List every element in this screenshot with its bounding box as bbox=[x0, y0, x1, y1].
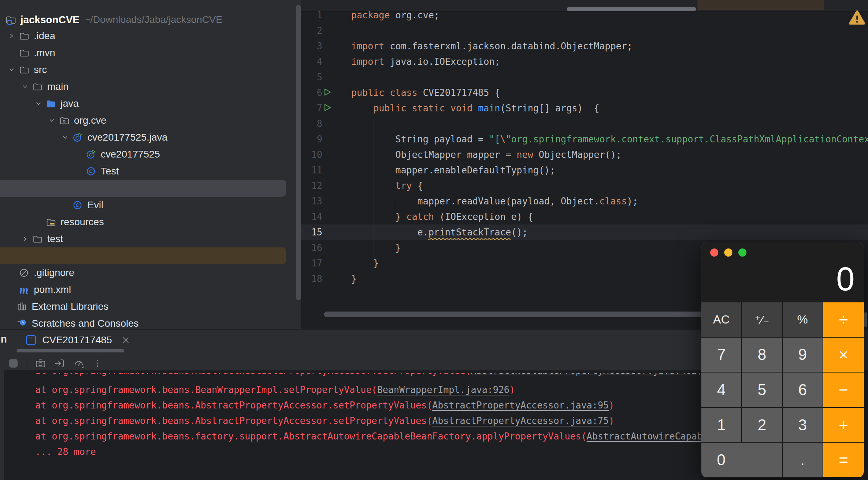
class-run-icon: C bbox=[72, 129, 83, 146]
calc-button-2[interactable]: 2 bbox=[742, 408, 782, 442]
tabbar-scrollbar[interactable] bbox=[567, 7, 696, 11]
code-line-1[interactable]: package org.cve; bbox=[351, 7, 439, 23]
tree-item-test-class[interactable]: CTest bbox=[0, 163, 301, 180]
code-line-17[interactable]: } bbox=[351, 256, 379, 271]
class-icon: C bbox=[85, 163, 97, 180]
close-icon[interactable] bbox=[121, 336, 130, 345]
calc-button-1[interactable]: 1 bbox=[701, 408, 741, 442]
calc-button-6[interactable]: 6 bbox=[783, 373, 823, 407]
calc-button-0[interactable]: 0 bbox=[701, 443, 782, 477]
tree-item-idea[interactable]: .idea bbox=[0, 27, 301, 44]
calc-button-subtract[interactable]: − bbox=[823, 373, 864, 407]
stacktrace-file-link[interactable]: BeanWrapperImpl.java:926 bbox=[377, 384, 510, 395]
tree-item-external-libraries[interactable]: External Libraries bbox=[0, 298, 301, 315]
stacktrace-file-link[interactable]: AbstractAutowireCapab bbox=[587, 431, 702, 442]
code-line-12[interactable]: try { bbox=[351, 178, 423, 193]
folder-icon bbox=[32, 78, 43, 95]
calculator-display: 0 bbox=[701, 256, 864, 302]
code-token: public static void bbox=[373, 103, 473, 113]
calc-button-percent[interactable]: % bbox=[783, 302, 823, 337]
code-line-11[interactable]: mapper.enableDefaultTyping(); bbox=[351, 162, 555, 178]
calc-button-3[interactable]: 3 bbox=[783, 408, 823, 442]
code-line-4[interactable]: import java.io.IOException; bbox=[351, 54, 500, 69]
stacktrace-file-link[interactable]: AbstractPropertyAccessor.java:75 bbox=[432, 416, 609, 426]
tree-item-pom-xml[interactable]: mpom.xml bbox=[0, 281, 301, 298]
calc-button-equals[interactable]: = bbox=[823, 443, 864, 477]
editor-vertical-scrollbar[interactable] bbox=[864, 312, 867, 327]
code-line-18[interactable]: } bbox=[351, 271, 357, 287]
calc-button-decimal[interactable]: . bbox=[783, 443, 823, 477]
tree-item-java[interactable]: java bbox=[0, 95, 301, 112]
chevron-right-icon[interactable] bbox=[5, 27, 18, 44]
code-line-10[interactable]: ObjectMapper mapper = new ObjectMapper()… bbox=[351, 147, 621, 162]
tree-item-org-cve[interactable]: org.cve bbox=[0, 112, 301, 129]
code-line-16[interactable]: } bbox=[351, 240, 401, 256]
code-line-9[interactable]: String payload = "[\"org.springframework… bbox=[351, 131, 868, 147]
chevron-right-icon[interactable] bbox=[18, 230, 32, 247]
tree-vertical-scrollbar[interactable] bbox=[296, 5, 301, 300]
warning-icon[interactable] bbox=[849, 10, 865, 26]
tree-item-cve201717485[interactable]: CCVE201717485 bbox=[0, 180, 301, 197]
close-button[interactable] bbox=[710, 248, 718, 257]
tree-item-main[interactable]: main bbox=[0, 78, 301, 95]
zoom-button[interactable] bbox=[738, 248, 746, 257]
code-line-3[interactable]: import com.fasterxml.jackson.databind.Ob… bbox=[351, 38, 632, 54]
code-token: } bbox=[351, 273, 357, 284]
stacktrace-file-link[interactable]: AbstractNestablePropertyAccessor.java:46… bbox=[471, 373, 697, 376]
camera-icon[interactable] bbox=[35, 358, 46, 369]
project-tree-panel: jacksonCVE ~/Downloads/Jaba/jacksonCVE .… bbox=[0, 0, 301, 329]
tree-item-label: .idea bbox=[34, 30, 55, 42]
calc-button-multiply[interactable]: × bbox=[823, 338, 864, 372]
code-token: String payload = bbox=[351, 134, 489, 144]
minimize-button[interactable] bbox=[724, 248, 732, 257]
import-thread-dump-icon[interactable] bbox=[54, 358, 65, 369]
stop-icon[interactable] bbox=[8, 358, 19, 369]
code-line-14[interactable]: } catch (IOException e) { bbox=[351, 209, 533, 224]
chevron-down-icon[interactable] bbox=[18, 78, 32, 95]
chevron-down-icon[interactable] bbox=[45, 112, 58, 129]
calc-button-7[interactable]: 7 bbox=[701, 338, 741, 372]
tree-item-gitignore[interactable]: .gitignore bbox=[0, 264, 301, 281]
tree-item-src[interactable]: src bbox=[0, 61, 301, 78]
ide-window: jacksonCVE ~/Downloads/Jaba/jacksonCVE .… bbox=[0, 0, 868, 480]
calc-button-8[interactable]: 8 bbox=[742, 338, 782, 372]
run-gutter-icon[interactable] bbox=[323, 100, 335, 116]
project-root-item[interactable]: jacksonCVE ~/Downloads/Jaba/jacksonCVE bbox=[5, 11, 222, 28]
chevron-down-icon[interactable] bbox=[58, 129, 72, 146]
profiler-gauge-icon[interactable] bbox=[73, 358, 84, 369]
code-line-15[interactable]: e.printStackTrace(); bbox=[351, 224, 528, 240]
calc-button-plus-minus[interactable]: ⁺⁄₋ bbox=[742, 302, 782, 337]
tree-item-evil[interactable]: CEvil bbox=[0, 197, 301, 214]
code-token bbox=[472, 103, 478, 113]
tree-item-scratches[interactable]: Scratches and Consoles bbox=[0, 315, 301, 329]
tree-item-label: .mvn bbox=[34, 47, 55, 59]
calc-button-9[interactable]: 9 bbox=[783, 338, 823, 372]
run-tab-scrollbar[interactable] bbox=[17, 349, 124, 352]
tree-item-resources[interactable]: resources bbox=[0, 214, 301, 230]
line-number-7: 7 bbox=[301, 100, 322, 116]
tree-item-cve20177525[interactable]: Ccve20177525 bbox=[0, 146, 301, 163]
tree-item-mvn[interactable]: .mvn bbox=[0, 44, 301, 61]
scratch-icon bbox=[16, 315, 27, 329]
chevron-down-icon[interactable] bbox=[5, 61, 18, 78]
tree-item-cve20177525-java[interactable]: Ccve20177525.java bbox=[0, 129, 301, 146]
calc-button-4[interactable]: 4 bbox=[701, 373, 741, 407]
calc-button-divide[interactable]: ÷ bbox=[823, 302, 864, 337]
code-line-7[interactable]: public static void main(String[] args) { bbox=[351, 100, 599, 116]
calculator-window[interactable]: 0 AC⁺⁄₋%÷789×456−123+0.= bbox=[701, 242, 864, 478]
run-gutter-icon[interactable] bbox=[323, 85, 335, 100]
stacktrace-file-link[interactable]: AbstractPropertyAccessor.java:95 bbox=[432, 400, 609, 411]
calc-button-clear[interactable]: AC bbox=[701, 302, 741, 337]
line-number-5: 5 bbox=[301, 69, 322, 85]
calc-button-add[interactable]: + bbox=[823, 408, 864, 442]
code-line-13[interactable]: mapper.readValue(payload, Object.class); bbox=[351, 193, 638, 209]
code-line-6[interactable]: public class CVE201717485 { bbox=[351, 85, 500, 100]
run-tab[interactable]: CVE201717485 bbox=[25, 330, 130, 350]
tree-item-target[interactable]: target bbox=[0, 247, 301, 264]
stacktrace-text: ) bbox=[609, 400, 614, 411]
more-options-kebab-icon[interactable] bbox=[92, 358, 103, 369]
chevron-down-icon[interactable] bbox=[32, 95, 45, 112]
calc-button-5[interactable]: 5 bbox=[742, 373, 782, 407]
toolbar-divider bbox=[27, 358, 27, 369]
tree-item-test-dir[interactable]: test bbox=[0, 230, 301, 247]
